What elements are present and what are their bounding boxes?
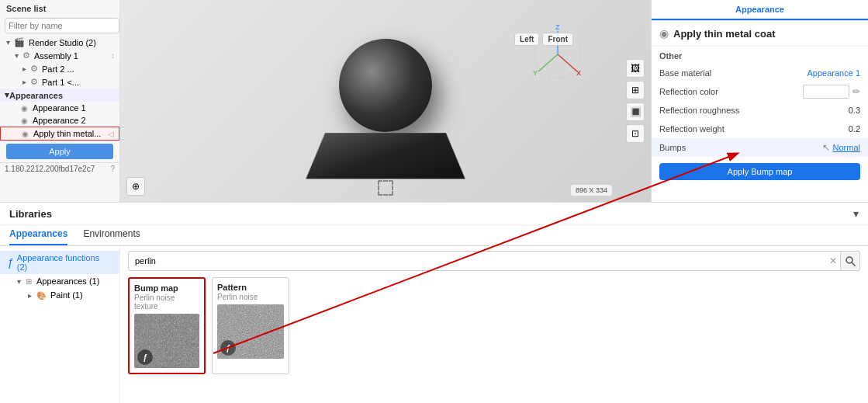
tree-item-part1[interactable]: ▸ ⚙ Part 1 <... — [0, 75, 119, 89]
tree-item-label: Part 1 <... — [42, 78, 115, 87]
tree-item-apply-thin[interactable]: ◉ Apply thin metal... ◁ — [0, 127, 119, 141]
appearances-label: Appearances — [9, 91, 63, 100]
tree-item-label: Assembly 1 — [34, 51, 109, 61]
prop-label: Base material — [659, 68, 807, 78]
prop-value-appearance1[interactable]: Appearance 1 — [807, 68, 861, 78]
bumps-value-normal[interactable]: Normal — [833, 143, 860, 152]
edit-icon[interactable]: ✏ — [852, 86, 860, 97]
base-object — [306, 133, 465, 179]
help-icon[interactable]: ? — [110, 165, 115, 173]
svg-line-3 — [538, 54, 558, 71]
arrow-icon: ▸ — [22, 64, 26, 73]
item-card-title: Bump map — [134, 283, 199, 293]
assembly-icon: ⚙ — [22, 50, 30, 61]
part2-icon: ⚙ — [30, 64, 38, 74]
item-card-thumb: ƒ — [134, 314, 199, 368]
3d-object — [300, 23, 471, 179]
appearance-icon: ◉ — [21, 116, 28, 125]
nav-label-left[interactable]: Left — [514, 33, 539, 46]
panel-header-title: Apply thin metal coat — [673, 28, 775, 40]
tree-item-label: Part 2 ... — [42, 64, 115, 74]
search-input[interactable] — [128, 251, 846, 271]
panel-header: ◉ Apply thin metal coat — [652, 21, 868, 47]
item-card-thumb: ƒ — [217, 304, 284, 359]
lib-tabs: Appearances Environments — [0, 225, 868, 246]
function-badge: ƒ — [220, 340, 236, 356]
scrollbar-indicator: ◁ — [108, 130, 114, 138]
item-card-subtitle: Perlin noise — [217, 293, 284, 301]
nav-label-front[interactable]: Front — [542, 33, 573, 46]
assembly-handle-icon: ↕ — [111, 51, 115, 60]
svg-text:Z: Z — [555, 23, 560, 31]
sidebar-item-label: Appearances (1) — [36, 276, 99, 286]
prop-row-reflection-color: Reflection color ✏ — [652, 82, 868, 101]
function-icon: ƒ — [8, 256, 14, 269]
items-grid: Bump map Perlin noise texture ƒ Pattern … — [128, 277, 860, 374]
item-card-subtitle: Perlin noise texture — [134, 294, 199, 311]
panel-header-icon: ◉ — [659, 27, 669, 40]
prop-value-roughness[interactable]: 0.3 — [849, 106, 860, 115]
tree-item-assembly1[interactable]: ▾ ⚙ Assembly 1 ↕ — [0, 49, 119, 62]
search-button[interactable] — [840, 251, 860, 271]
apply-bump-button[interactable]: Apply Bump map — [659, 163, 860, 180]
lib-body: ƒ Appearance functions (2) ▾ ⊞ Appearanc… — [0, 246, 868, 403]
sidebar-item-label: Paint (1) — [50, 290, 83, 300]
apply-button[interactable]: Apply — [6, 144, 113, 159]
tree-item-render-studio[interactable]: ▾ 🎬 Render Studio (2) — [0, 36, 119, 49]
status-text: 1.180.2212.200fbd17e2c7 — [5, 165, 95, 173]
sidebar-item-appearance-functions[interactable]: ƒ Appearance functions (2) — [0, 251, 119, 274]
sidebar-arrow: ▸ — [28, 291, 32, 300]
lib-tab-appearances[interactable]: Appearances — [9, 225, 67, 245]
viewport-btn-1[interactable]: 🖼 — [626, 59, 645, 78]
scene-panel: Scene list ≡ ▾ 🎬 Render Studio (2) ▾ ⚙ A… — [0, 0, 120, 202]
viewport-bottom-bar — [378, 180, 393, 196]
frame-select-icon[interactable] — [378, 180, 393, 196]
viewport-content: Z Y X Left Front 🖼 ⊞ 🔳 ⊡ — [120, 0, 651, 202]
sidebar-item-appearances[interactable]: ▾ ⊞ Appearances (1) — [0, 274, 119, 288]
render-studio-icon: 🎬 — [14, 37, 25, 47]
lib-tab-environments[interactable]: Environments — [83, 225, 140, 245]
collapse-icon[interactable]: ▾ — [853, 207, 859, 220]
tree-item-app2[interactable]: ◉ Appearance 2 — [0, 114, 119, 127]
item-card-bump-map[interactable]: Bump map Perlin noise texture ƒ — [128, 277, 206, 374]
prop-label: Reflection color — [659, 87, 803, 96]
appearance-icon: ◉ — [22, 130, 29, 138]
paint-icon: 🎨 — [36, 291, 46, 300]
tree-item-part2[interactable]: ▸ ⚙ Part 2 ... — [0, 62, 119, 75]
part1-icon: ⚙ — [30, 77, 38, 87]
search-row: ✕ — [128, 251, 860, 271]
item-card-title: Pattern — [217, 283, 284, 292]
color-picker[interactable] — [803, 85, 849, 99]
search-clear-icon[interactable]: ✕ — [829, 255, 837, 266]
search-icon — [845, 255, 856, 266]
scene-panel-title: Scene list — [0, 0, 119, 16]
lib-sidebar: ƒ Appearance functions (2) ▾ ⊞ Appearanc… — [0, 246, 120, 403]
sidebar-arrow: ▾ — [17, 277, 21, 286]
prop-value-weight[interactable]: 0.2 — [849, 124, 860, 134]
appearances-header: ▾ Appearances — [0, 89, 119, 102]
tree-item-label: Apply thin metal... — [33, 129, 105, 138]
filter-input[interactable] — [5, 18, 119, 33]
tree-item-app1[interactable]: ◉ Appearance 1 — [0, 102, 119, 114]
viewport-btn-2[interactable]: ⊞ — [626, 81, 645, 99]
bumps-label: Bumps — [659, 143, 822, 152]
tree-item-label: Render Studio (2) — [29, 38, 115, 47]
sidebar-item-paint[interactable]: ▸ 🎨 Paint (1) — [0, 288, 119, 302]
viewport[interactable]: Z Y X Left Front 🖼 ⊞ 🔳 ⊡ — [120, 0, 651, 202]
sidebar-item-label: Appearance functions (2) — [17, 253, 112, 272]
status-bar: 1.180.2212.200fbd17e2c7 ? — [0, 162, 119, 175]
libraries-panel: Libraries ▾ Appearances Environments ƒ A… — [0, 203, 868, 403]
item-card-pattern[interactable]: Pattern Perlin noise ƒ — [212, 277, 289, 374]
prop-row-base-material: Base material Appearance 1 — [652, 64, 868, 82]
tab-appearance[interactable]: Appearance — [652, 0, 868, 20]
viewport-btn-4[interactable]: ⊡ — [626, 124, 645, 143]
function-badge: ƒ — [137, 349, 153, 365]
app-container: Scene list ≡ ▾ 🎬 Render Studio (2) ▾ ⚙ A… — [0, 0, 868, 403]
viewport-corner-icon[interactable]: ⊕ — [126, 177, 145, 196]
svg-text:Y: Y — [533, 69, 538, 77]
cursor-indicator: ↖ — [822, 142, 830, 153]
prop-row-bumps: Bumps ↖ Normal — [652, 138, 868, 157]
svg-line-4 — [558, 54, 577, 71]
arrow-icon: ▾ — [6, 38, 10, 47]
viewport-btn-3[interactable]: 🔳 — [626, 102, 645, 121]
